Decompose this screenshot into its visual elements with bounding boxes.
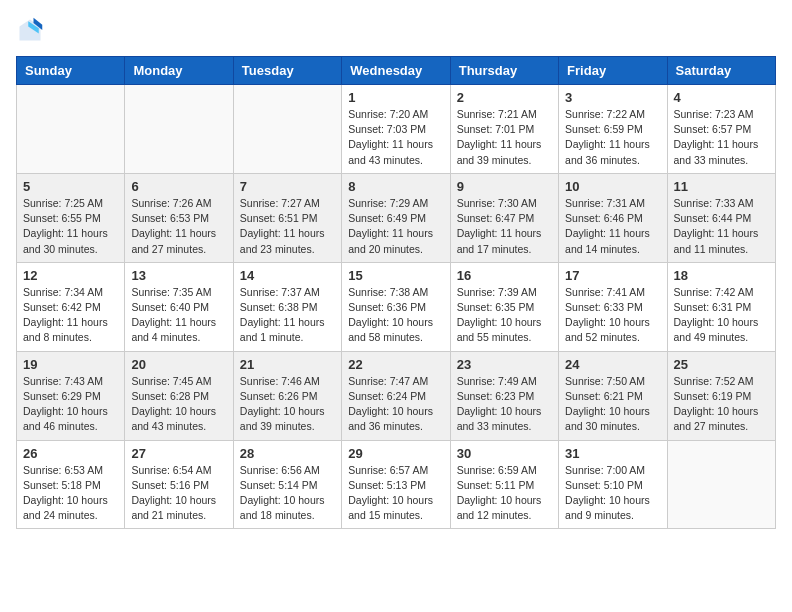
day-number: 29 xyxy=(348,446,443,461)
calendar-cell: 14Sunrise: 7:37 AM Sunset: 6:38 PM Dayli… xyxy=(233,262,341,351)
calendar-cell: 23Sunrise: 7:49 AM Sunset: 6:23 PM Dayli… xyxy=(450,351,558,440)
day-info: Sunrise: 6:57 AM Sunset: 5:13 PM Dayligh… xyxy=(348,463,443,524)
calendar-cell: 13Sunrise: 7:35 AM Sunset: 6:40 PM Dayli… xyxy=(125,262,233,351)
calendar-cell: 11Sunrise: 7:33 AM Sunset: 6:44 PM Dayli… xyxy=(667,173,775,262)
calendar-cell: 26Sunrise: 6:53 AM Sunset: 5:18 PM Dayli… xyxy=(17,440,125,529)
weekday-header-monday: Monday xyxy=(125,57,233,85)
day-info: Sunrise: 7:41 AM Sunset: 6:33 PM Dayligh… xyxy=(565,285,660,346)
day-info: Sunrise: 7:22 AM Sunset: 6:59 PM Dayligh… xyxy=(565,107,660,168)
calendar-cell xyxy=(17,85,125,174)
day-info: Sunrise: 7:47 AM Sunset: 6:24 PM Dayligh… xyxy=(348,374,443,435)
weekday-header-thursday: Thursday xyxy=(450,57,558,85)
calendar-cell xyxy=(667,440,775,529)
day-number: 24 xyxy=(565,357,660,372)
calendar-week-row: 5Sunrise: 7:25 AM Sunset: 6:55 PM Daylig… xyxy=(17,173,776,262)
calendar-cell: 2Sunrise: 7:21 AM Sunset: 7:01 PM Daylig… xyxy=(450,85,558,174)
day-number: 2 xyxy=(457,90,552,105)
day-info: Sunrise: 7:35 AM Sunset: 6:40 PM Dayligh… xyxy=(131,285,226,346)
weekday-header-sunday: Sunday xyxy=(17,57,125,85)
day-info: Sunrise: 7:45 AM Sunset: 6:28 PM Dayligh… xyxy=(131,374,226,435)
calendar-cell: 22Sunrise: 7:47 AM Sunset: 6:24 PM Dayli… xyxy=(342,351,450,440)
day-number: 13 xyxy=(131,268,226,283)
calendar-cell: 6Sunrise: 7:26 AM Sunset: 6:53 PM Daylig… xyxy=(125,173,233,262)
calendar-cell: 9Sunrise: 7:30 AM Sunset: 6:47 PM Daylig… xyxy=(450,173,558,262)
day-info: Sunrise: 7:43 AM Sunset: 6:29 PM Dayligh… xyxy=(23,374,118,435)
day-info: Sunrise: 7:34 AM Sunset: 6:42 PM Dayligh… xyxy=(23,285,118,346)
calendar-cell: 18Sunrise: 7:42 AM Sunset: 6:31 PM Dayli… xyxy=(667,262,775,351)
calendar-week-row: 26Sunrise: 6:53 AM Sunset: 5:18 PM Dayli… xyxy=(17,440,776,529)
day-info: Sunrise: 7:31 AM Sunset: 6:46 PM Dayligh… xyxy=(565,196,660,257)
day-info: Sunrise: 7:25 AM Sunset: 6:55 PM Dayligh… xyxy=(23,196,118,257)
day-number: 15 xyxy=(348,268,443,283)
day-info: Sunrise: 7:39 AM Sunset: 6:35 PM Dayligh… xyxy=(457,285,552,346)
calendar-cell: 1Sunrise: 7:20 AM Sunset: 7:03 PM Daylig… xyxy=(342,85,450,174)
weekday-header-row: SundayMondayTuesdayWednesdayThursdayFrid… xyxy=(17,57,776,85)
weekday-header-friday: Friday xyxy=(559,57,667,85)
day-number: 27 xyxy=(131,446,226,461)
logo xyxy=(16,16,48,44)
calendar-cell: 20Sunrise: 7:45 AM Sunset: 6:28 PM Dayli… xyxy=(125,351,233,440)
calendar-cell: 25Sunrise: 7:52 AM Sunset: 6:19 PM Dayli… xyxy=(667,351,775,440)
day-number: 20 xyxy=(131,357,226,372)
day-info: Sunrise: 7:46 AM Sunset: 6:26 PM Dayligh… xyxy=(240,374,335,435)
day-number: 1 xyxy=(348,90,443,105)
weekday-header-saturday: Saturday xyxy=(667,57,775,85)
day-info: Sunrise: 7:20 AM Sunset: 7:03 PM Dayligh… xyxy=(348,107,443,168)
day-info: Sunrise: 7:37 AM Sunset: 6:38 PM Dayligh… xyxy=(240,285,335,346)
day-info: Sunrise: 6:59 AM Sunset: 5:11 PM Dayligh… xyxy=(457,463,552,524)
calendar-cell xyxy=(125,85,233,174)
day-info: Sunrise: 7:29 AM Sunset: 6:49 PM Dayligh… xyxy=(348,196,443,257)
calendar-week-row: 1Sunrise: 7:20 AM Sunset: 7:03 PM Daylig… xyxy=(17,85,776,174)
calendar-cell: 10Sunrise: 7:31 AM Sunset: 6:46 PM Dayli… xyxy=(559,173,667,262)
day-number: 17 xyxy=(565,268,660,283)
day-info: Sunrise: 7:33 AM Sunset: 6:44 PM Dayligh… xyxy=(674,196,769,257)
calendar-cell: 15Sunrise: 7:38 AM Sunset: 6:36 PM Dayli… xyxy=(342,262,450,351)
calendar-cell: 8Sunrise: 7:29 AM Sunset: 6:49 PM Daylig… xyxy=(342,173,450,262)
day-number: 6 xyxy=(131,179,226,194)
calendar-cell: 3Sunrise: 7:22 AM Sunset: 6:59 PM Daylig… xyxy=(559,85,667,174)
calendar-cell: 12Sunrise: 7:34 AM Sunset: 6:42 PM Dayli… xyxy=(17,262,125,351)
day-info: Sunrise: 7:27 AM Sunset: 6:51 PM Dayligh… xyxy=(240,196,335,257)
calendar-week-row: 12Sunrise: 7:34 AM Sunset: 6:42 PM Dayli… xyxy=(17,262,776,351)
calendar-table: SundayMondayTuesdayWednesdayThursdayFrid… xyxy=(16,56,776,529)
calendar-cell: 31Sunrise: 7:00 AM Sunset: 5:10 PM Dayli… xyxy=(559,440,667,529)
page-header xyxy=(16,16,776,44)
day-number: 18 xyxy=(674,268,769,283)
calendar-cell: 24Sunrise: 7:50 AM Sunset: 6:21 PM Dayli… xyxy=(559,351,667,440)
day-info: Sunrise: 7:42 AM Sunset: 6:31 PM Dayligh… xyxy=(674,285,769,346)
day-info: Sunrise: 7:52 AM Sunset: 6:19 PM Dayligh… xyxy=(674,374,769,435)
day-info: Sunrise: 7:00 AM Sunset: 5:10 PM Dayligh… xyxy=(565,463,660,524)
day-info: Sunrise: 6:53 AM Sunset: 5:18 PM Dayligh… xyxy=(23,463,118,524)
day-number: 3 xyxy=(565,90,660,105)
day-number: 22 xyxy=(348,357,443,372)
day-info: Sunrise: 7:38 AM Sunset: 6:36 PM Dayligh… xyxy=(348,285,443,346)
calendar-cell xyxy=(233,85,341,174)
weekday-header-tuesday: Tuesday xyxy=(233,57,341,85)
day-info: Sunrise: 7:30 AM Sunset: 6:47 PM Dayligh… xyxy=(457,196,552,257)
day-info: Sunrise: 6:54 AM Sunset: 5:16 PM Dayligh… xyxy=(131,463,226,524)
calendar-cell: 28Sunrise: 6:56 AM Sunset: 5:14 PM Dayli… xyxy=(233,440,341,529)
day-number: 30 xyxy=(457,446,552,461)
calendar-cell: 29Sunrise: 6:57 AM Sunset: 5:13 PM Dayli… xyxy=(342,440,450,529)
calendar-cell: 7Sunrise: 7:27 AM Sunset: 6:51 PM Daylig… xyxy=(233,173,341,262)
day-info: Sunrise: 7:26 AM Sunset: 6:53 PM Dayligh… xyxy=(131,196,226,257)
calendar-cell: 27Sunrise: 6:54 AM Sunset: 5:16 PM Dayli… xyxy=(125,440,233,529)
day-number: 8 xyxy=(348,179,443,194)
day-number: 12 xyxy=(23,268,118,283)
logo-icon xyxy=(16,16,44,44)
calendar-cell: 16Sunrise: 7:39 AM Sunset: 6:35 PM Dayli… xyxy=(450,262,558,351)
weekday-header-wednesday: Wednesday xyxy=(342,57,450,85)
day-number: 10 xyxy=(565,179,660,194)
calendar-cell: 21Sunrise: 7:46 AM Sunset: 6:26 PM Dayli… xyxy=(233,351,341,440)
day-info: Sunrise: 6:56 AM Sunset: 5:14 PM Dayligh… xyxy=(240,463,335,524)
day-number: 26 xyxy=(23,446,118,461)
day-number: 28 xyxy=(240,446,335,461)
day-number: 16 xyxy=(457,268,552,283)
day-number: 31 xyxy=(565,446,660,461)
calendar-cell: 30Sunrise: 6:59 AM Sunset: 5:11 PM Dayli… xyxy=(450,440,558,529)
day-number: 7 xyxy=(240,179,335,194)
day-number: 23 xyxy=(457,357,552,372)
day-number: 11 xyxy=(674,179,769,194)
day-number: 19 xyxy=(23,357,118,372)
day-number: 9 xyxy=(457,179,552,194)
